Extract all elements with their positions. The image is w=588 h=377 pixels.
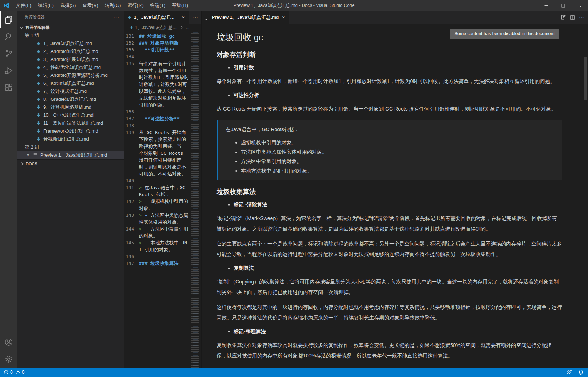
open-editor-item-11[interactable]: Framework知识点汇总.md	[17, 127, 124, 135]
code-line-141: 141> 在Java语言中，GC Roots 包括：	[124, 184, 190, 198]
file-label: 音视频知识点汇总.md	[43, 136, 89, 142]
maximize-button[interactable]	[555, 0, 571, 11]
account-icon[interactable]	[0, 334, 17, 351]
preview-scrollbar[interactable]	[584, 57, 587, 100]
open-editor-item-8[interactable]: 9、计算机网络基础.md	[17, 103, 124, 111]
open-editor-item-preview[interactable]: × Preview 1、Java知识点汇总.md	[17, 151, 124, 159]
content-disabled-notification: Some content has been disabled in this d…	[450, 29, 559, 39]
markdown-file-icon	[127, 15, 132, 20]
sidebar-section-docs[interactable]: DOCS	[17, 160, 124, 167]
tab-java-md-source[interactable]: 1、Java知识点汇总.md ×	[124, 11, 189, 24]
menu-item-6[interactable]: 终端(T)	[147, 0, 169, 11]
open-editor-item-1[interactable]: 2、Android知识点汇总.md	[17, 47, 124, 55]
open-editor-item-6[interactable]: 7、设计模式汇总.md	[17, 87, 124, 95]
close-window-button[interactable]	[571, 0, 588, 11]
md-list-item: 标记 -清除算法	[234, 201, 562, 208]
line-content: > - 方法区中类静态属性实体引用的对象。	[139, 212, 190, 225]
open-editors-header[interactable]: 打开的编辑器	[17, 24, 124, 32]
warning-icon	[16, 370, 21, 375]
tab-java-md-preview[interactable]: Preview 1、Java知识点汇总.md ×	[202, 11, 289, 24]
source-control-icon[interactable]	[0, 45, 17, 62]
open-editor-item-4[interactable]: 5、Android开源库源码分析.md	[17, 71, 124, 79]
problems-indicator[interactable]: 0 0	[4, 370, 24, 375]
open-editors-list: 1、Java知识点汇总.md2、Android知识点汇总.md3、Android…	[17, 40, 124, 143]
open-editor-item-9[interactable]: 10、C++知识点汇总.md	[17, 111, 124, 119]
md-paragraph: 复制收集算法在对象存活率较高时就要执行较多的复制操作，效率将会变低。更关键的是，…	[217, 340, 562, 361]
markdown-preview-icon	[33, 153, 38, 158]
explorer-icon[interactable]	[0, 11, 17, 28]
notifications-bell-icon[interactable]	[578, 369, 584, 375]
title-bar: 文件(F)编辑(E)选择(S)查看(V)转到(G)运行(R)终端(T)帮助(H)…	[0, 0, 588, 11]
line-number: 144	[124, 225, 139, 239]
line-content	[139, 122, 190, 129]
markdown-preview-icon	[205, 15, 210, 20]
markdown-content: 垃圾回收 gc对象存活判断引用计数每个对象有一个引用计数属性，新增一个引用时计数…	[202, 24, 588, 368]
close-icon[interactable]: ×	[25, 152, 31, 158]
line-content: > - 方法区中常量引用的对象。	[139, 225, 190, 239]
code-editor[interactable]: 131## 垃圾回收 gc132### 对象存活判断133- **引用计数**1…	[124, 32, 201, 368]
open-editor-item-3[interactable]: 4、性能优化知识点汇总.md	[17, 63, 124, 71]
run-debug-icon[interactable]	[0, 62, 17, 79]
open-editor-item-7[interactable]: 8、Gradle知识点汇总.md	[17, 95, 124, 103]
minimize-button[interactable]	[538, 0, 555, 11]
minimap[interactable]	[190, 32, 201, 368]
code-lines: 131## 垃圾回收 gc132### 对象存活判断133- **引用计数**1…	[124, 32, 190, 368]
open-editor-item-10[interactable]: 11、常见面试算法题汇总.md	[17, 119, 124, 127]
search-icon[interactable]	[0, 28, 17, 45]
code-line-132: 132### 对象存活判断	[124, 40, 190, 46]
chevron-right-icon	[20, 162, 23, 165]
activity-bar-spacer	[0, 96, 17, 334]
menu-item-3[interactable]: 查看(V)	[79, 0, 101, 11]
markdown-preview-pane[interactable]: Some content has been disabled in this d…	[202, 24, 588, 368]
breadcrumb-separator-icon	[180, 26, 183, 29]
menu-item-5[interactable]: 运行(R)	[124, 0, 147, 11]
md-paragraph: 根据老年代的特点，有人提出了另外一种"标记-整理"（Mark-Compact）算…	[217, 365, 562, 368]
open-source-icon[interactable]	[560, 14, 566, 20]
extensions-icon[interactable]	[0, 79, 17, 96]
menu-item-4[interactable]: 转到(G)	[102, 0, 124, 11]
preview-more-actions-icon[interactable]: ···	[579, 14, 585, 20]
open-editor-item-12[interactable]: 音视频知识点汇总.md	[17, 135, 124, 143]
menu-item-2[interactable]: 选择(S)	[57, 0, 79, 11]
line-number: 146	[124, 253, 139, 260]
markdown-file-icon	[36, 49, 41, 54]
open-editor-item-2[interactable]: 3、Android扩展知识点.md	[17, 55, 124, 63]
feedback-icon[interactable]	[566, 370, 572, 375]
markdown-file-icon	[36, 89, 41, 94]
menu-item-1[interactable]: 编辑(E)	[35, 0, 57, 11]
md-list: 标记-整理算法	[217, 328, 562, 335]
file-label: 9、计算机网络基础.md	[43, 104, 91, 111]
code-line-131: 131## 垃圾回收 gc	[124, 33, 190, 40]
md-list: 复制算法	[217, 264, 562, 272]
markdown-file-icon	[36, 97, 41, 102]
md-list-item: 标记-整理算法	[234, 328, 562, 335]
window-controls	[538, 0, 588, 11]
settings-gear-icon[interactable]	[0, 351, 17, 368]
editor-group1-label: 第 1 组	[17, 32, 124, 40]
line-content: ### 垃圾收集算法	[139, 260, 190, 267]
code-line-144: 144> - 方法区中常量引用的对象。	[124, 225, 190, 239]
file-label: 5、Android开源库源码分析.md	[43, 72, 108, 79]
file-label: 3、Android扩展知识点.md	[43, 56, 98, 63]
close-icon[interactable]: ×	[280, 14, 286, 20]
line-number: 132	[124, 40, 139, 46]
breadcrumb[interactable]: 1、Java知识点汇总.... ...	[124, 24, 201, 32]
line-number: 147	[124, 260, 139, 267]
sidebar-more-actions-icon[interactable]: ···	[113, 14, 119, 20]
close-icon[interactable]: ×	[180, 14, 186, 20]
menu-item-7[interactable]: 帮助(H)	[169, 0, 191, 11]
editor-more-actions-icon[interactable]: ···	[192, 14, 198, 20]
code-line-147: 147### 垃圾收集算法	[124, 260, 190, 267]
open-editor-item-0[interactable]: 1、Java知识点汇总.md	[17, 40, 124, 47]
editor-group2-label: 第 2 组	[17, 143, 124, 151]
preview-item-label: Preview 1、Java知识点汇总.md	[40, 152, 107, 158]
line-content: - **引用计数**	[139, 46, 190, 53]
line-number: 140	[124, 177, 139, 184]
split-editor-icon[interactable]	[570, 14, 575, 20]
line-number: 138	[124, 122, 139, 129]
open-editor-item-5[interactable]: 6、Kotlin知识点汇总.md	[17, 79, 124, 87]
file-label: 7、设计模式汇总.md	[43, 88, 87, 95]
md-list-item: 可达性分析	[234, 91, 562, 99]
markdown-file-icon	[36, 121, 41, 126]
menu-item-0[interactable]: 文件(F)	[13, 0, 35, 11]
